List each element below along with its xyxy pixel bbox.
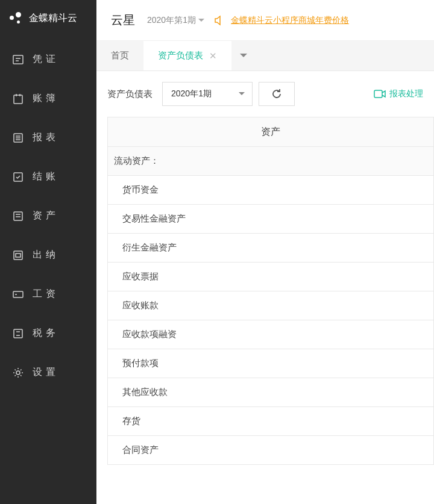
- sidebar: 金蝶精斗云 凭证 账簿 报表 结账 资产 出纳: [0, 0, 96, 504]
- caret-down-icon: [198, 19, 204, 22]
- sidebar-item-asset[interactable]: 资产: [0, 196, 96, 235]
- period-select-value: 2020年1期: [171, 89, 212, 99]
- svg-rect-7: [13, 291, 23, 297]
- main-area: 云星 2020年第1期 金蝶精斗云小程序商城年费价格 首页 资产负债表 ✕ 资产…: [96, 0, 434, 504]
- sidebar-item-label: 凭证: [33, 53, 59, 66]
- sidebar-item-tax[interactable]: 税务: [0, 314, 96, 353]
- sidebar-item-label: 报表: [33, 131, 59, 144]
- toolbar-title: 资产负债表: [107, 89, 153, 100]
- table-column-header: 资产: [107, 117, 434, 147]
- period-select[interactable]: 2020年1期: [162, 82, 253, 106]
- table-cell: 合同资产: [122, 444, 159, 456]
- table-cell: 货币资金: [122, 184, 159, 196]
- close-icon[interactable]: ✕: [209, 51, 217, 61]
- svg-rect-1: [14, 95, 22, 104]
- sidebar-item-voucher[interactable]: 凭证: [0, 40, 96, 79]
- brand-logo-icon: [10, 11, 24, 25]
- report-process-label: 报表处理: [389, 89, 423, 99]
- table-cell: 应收票据: [122, 271, 159, 282]
- svg-rect-6: [16, 254, 20, 257]
- close-period-icon: [12, 171, 24, 183]
- svg-rect-10: [374, 90, 382, 98]
- table-row[interactable]: 应收账款: [107, 291, 434, 320]
- topbar: 云星 2020年第1期 金蝶精斗云小程序商城年费价格: [96, 0, 434, 41]
- table-cell: 交易性金融资产: [122, 213, 186, 225]
- table-cell: 应收款项融资: [122, 329, 177, 340]
- table-cell: 预付款项: [122, 358, 159, 369]
- sidebar-item-label: 工资: [33, 288, 59, 300]
- ledger-icon: [12, 93, 24, 105]
- cash-icon: [12, 249, 24, 261]
- tax-icon: [12, 328, 24, 340]
- sidebar-item-settings[interactable]: 设置: [0, 353, 96, 392]
- sidebar-item-label: 设置: [33, 366, 59, 379]
- table-section-label: 流动资产：: [114, 155, 159, 167]
- svg-rect-8: [14, 329, 22, 338]
- sidebar-item-label: 出纳: [33, 249, 59, 261]
- brand-name: 金蝶精斗云: [29, 12, 77, 25]
- table-row[interactable]: 货币资金: [107, 176, 434, 205]
- table-row[interactable]: 预付款项: [107, 349, 434, 378]
- table-row[interactable]: 合同资产: [107, 436, 434, 465]
- period-selector-top[interactable]: 2020年第1期: [147, 15, 204, 26]
- speaker-icon: [214, 15, 225, 26]
- period-top-label: 2020年第1期: [147, 15, 196, 26]
- table-row[interactable]: 衍生金融资产: [107, 234, 434, 263]
- report-process-link[interactable]: 报表处理: [374, 89, 423, 99]
- sidebar-item-ledger[interactable]: 账簿: [0, 79, 96, 118]
- table-section-row: 流动资产：: [107, 147, 434, 176]
- sidebar-item-close[interactable]: 结账: [0, 157, 96, 196]
- promo-link[interactable]: 金蝶精斗云小程序商城年费价格: [231, 15, 349, 26]
- tab-balance-sheet-label: 资产负债表: [158, 50, 203, 61]
- refresh-button[interactable]: [259, 82, 295, 106]
- gear-icon: [12, 367, 24, 379]
- svg-rect-5: [14, 251, 22, 260]
- table-cell: 应收账款: [122, 300, 159, 311]
- sidebar-item-label: 税务: [33, 327, 59, 340]
- balance-sheet-table: 资产 流动资产： 货币资金 交易性金融资产 衍生金融资产 应收票据 应收账款 应…: [96, 117, 434, 465]
- sidebar-item-label: 账簿: [33, 92, 59, 105]
- table-row[interactable]: 应收款项融资: [107, 320, 434, 349]
- table-cell: 存货: [122, 415, 140, 427]
- table-cell: 衍生金融资产: [122, 242, 177, 254]
- table-row[interactable]: 存货: [107, 407, 434, 436]
- sidebar-item-label: 资产: [33, 210, 59, 222]
- table-header-text: 资产: [261, 126, 280, 138]
- sidebar-item-label: 结账: [33, 170, 59, 183]
- report-icon: [12, 132, 24, 144]
- table-row[interactable]: 其他应收款: [107, 378, 434, 407]
- voucher-icon: [12, 54, 24, 66]
- tab-more-dropdown[interactable]: [231, 41, 256, 70]
- sidebar-item-cash[interactable]: 出纳: [0, 235, 96, 275]
- svg-rect-4: [14, 212, 22, 220]
- asset-icon: [12, 210, 24, 222]
- table-row[interactable]: 应收票据: [107, 263, 434, 291]
- sidebar-item-salary[interactable]: 工资: [0, 275, 96, 314]
- tab-home-label: 首页: [111, 50, 129, 61]
- tabbar: 首页 资产负债表 ✕: [96, 41, 434, 71]
- tab-home[interactable]: 首页: [96, 41, 143, 70]
- table-cell: 其他应收款: [122, 387, 168, 398]
- salary-icon: [12, 288, 24, 300]
- toolbar: 资产负债表 2020年1期 报表处理: [96, 71, 434, 117]
- svg-rect-0: [13, 55, 23, 64]
- svg-point-9: [16, 371, 20, 375]
- video-icon: [374, 89, 386, 99]
- table-row[interactable]: 交易性金融资产: [107, 205, 434, 234]
- company-name: 云星: [111, 12, 135, 28]
- caret-down-icon: [239, 92, 245, 96]
- tab-balance-sheet[interactable]: 资产负债表 ✕: [143, 41, 231, 70]
- brand-logo: 金蝶精斗云: [0, 0, 96, 40]
- sidebar-item-report[interactable]: 报表: [0, 118, 96, 157]
